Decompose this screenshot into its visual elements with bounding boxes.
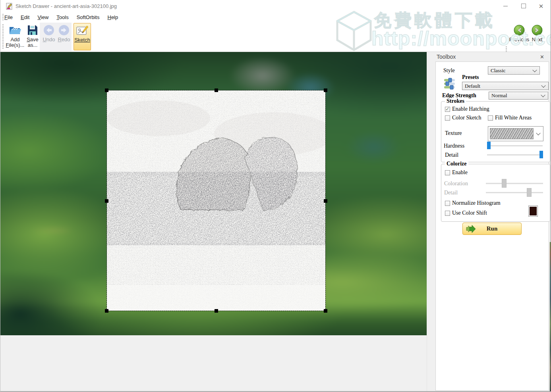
- selection-handle-bottom-middle[interactable]: [215, 309, 218, 313]
- presets-sliders-icon: [443, 77, 456, 90]
- toolbox-panel: Toolbox ✕ Style Classic Presets Default …: [427, 52, 551, 391]
- minimize-button[interactable]: [497, 0, 514, 12]
- sketch-pencil-icon: [76, 25, 89, 37]
- enable-hatching-checkbox[interactable]: [445, 107, 450, 112]
- chevron-down-icon: [541, 93, 545, 97]
- strokes-detail-slider[interactable]: [487, 150, 543, 159]
- presets-label: Presets: [462, 74, 479, 81]
- texture-label: Texture: [445, 130, 462, 136]
- coloration-label: Coloration: [444, 181, 468, 187]
- sketch-label: Sketch: [74, 37, 90, 43]
- hardness-label: Hardness: [444, 143, 464, 149]
- title-bar[interactable]: Sketch Drawer - ancient-art-asia-302100.…: [0, 0, 551, 13]
- style-label: Style: [443, 67, 455, 74]
- app-window: Sketch Drawer - ancient-art-asia-302100.…: [0, 0, 551, 392]
- colorize-detail-slider: [486, 188, 543, 197]
- edge-strength-dropdown[interactable]: Normal: [489, 92, 548, 100]
- menu-view[interactable]: View: [33, 13, 52, 21]
- use-color-shift-checkbox[interactable]: [445, 211, 450, 216]
- strokes-group: Strokes Enable Hatching Color Sketch Fil…: [441, 101, 550, 162]
- texture-swatch: [490, 128, 534, 139]
- toolbox-title: Toolbox: [437, 54, 456, 60]
- app-icon: [6, 3, 13, 10]
- save-floppy-icon: [26, 24, 39, 36]
- color-sketch-checkbox[interactable]: [445, 115, 450, 121]
- use-color-shift-label: Use Color Shift: [452, 210, 487, 216]
- selection-handle-top-left[interactable]: [105, 88, 108, 92]
- add-files-button[interactable]: AddFile(s)...: [5, 24, 25, 48]
- selection-handle-middle-right[interactable]: [324, 199, 327, 203]
- colorize-enable-checkbox[interactable]: [445, 170, 450, 175]
- selection-handle-top-middle[interactable]: [215, 88, 218, 92]
- normalize-histogram-label: Normalize Histogram: [452, 200, 501, 206]
- selection-handle-bottom-right[interactable]: [324, 309, 327, 313]
- menu-grip[interactable]: [2, 14, 4, 21]
- next-arrow-icon: [531, 24, 543, 36]
- colorize-detail-slider-thumb: [527, 188, 532, 197]
- selection-handle-middle-left[interactable]: [105, 199, 108, 203]
- style-dropdown[interactable]: Classic: [488, 66, 540, 75]
- colorize-enable-label: Enable: [452, 169, 468, 176]
- chevron-down-icon: [536, 131, 540, 135]
- colorize-legend: Colorize: [445, 161, 468, 167]
- window-title: Sketch Drawer - ancient-art-asia-302100.…: [15, 3, 117, 9]
- colorize-group: Colorize Enable Coloration Detail Normal…: [441, 164, 550, 222]
- undo-arrow-icon: [43, 24, 55, 36]
- coloration-slider-thumb: [502, 179, 507, 188]
- toolbox-card: Style Classic Presets Default Edge Stren…: [435, 61, 549, 391]
- run-arrow-icon: [466, 225, 477, 233]
- sketch-preview: [107, 90, 325, 311]
- menu-softorbits[interactable]: SoftOrbits: [73, 13, 104, 21]
- canvas-background: [0, 335, 427, 391]
- color-shift-swatch[interactable]: [528, 206, 538, 217]
- color-sketch-label: Color Sketch: [452, 115, 481, 121]
- selection-handle-top-right[interactable]: [324, 88, 327, 92]
- fill-white-areas-label: Fill White Areas: [495, 115, 532, 121]
- coloration-slider: [486, 179, 543, 188]
- texture-dropdown[interactable]: [488, 126, 543, 141]
- screen-edge-strip: [550, 242, 551, 391]
- save-as-button[interactable]: Saveas...: [24, 24, 41, 48]
- normalize-histogram-checkbox[interactable]: [445, 201, 450, 206]
- menu-tools[interactable]: Tools: [52, 13, 72, 21]
- add-files-folder-icon: [9, 24, 21, 36]
- maximize-button[interactable]: [515, 0, 532, 12]
- strokes-detail-slider-thumb[interactable]: [539, 151, 543, 158]
- toolbar: AddFile(s)... Saveas...: [0, 22, 551, 52]
- undo-button[interactable]: Undo: [42, 24, 56, 42]
- chevron-down-icon: [541, 83, 545, 87]
- fill-white-areas-checkbox[interactable]: [488, 115, 493, 121]
- toolbox-close-icon[interactable]: ✕: [540, 54, 544, 60]
- run-label: Run: [487, 225, 498, 232]
- menu-help[interactable]: Help: [103, 13, 122, 21]
- previous-button[interactable]: Previous: [508, 24, 530, 42]
- strokes-legend: Strokes: [445, 98, 466, 104]
- previous-arrow-icon: [513, 24, 526, 36]
- presets-dropdown[interactable]: Default: [462, 82, 549, 90]
- close-button[interactable]: ✕: [532, 0, 550, 12]
- redo-arrow-icon: [58, 24, 70, 36]
- sketch-button[interactable]: Sketch: [73, 23, 91, 50]
- enable-hatching-label: Enable Hatching: [452, 106, 489, 112]
- run-button[interactable]: Run: [462, 223, 522, 235]
- toolbar-grip[interactable]: [2, 24, 4, 49]
- next-button[interactable]: Next: [530, 24, 544, 42]
- sketch-selection[interactable]: [106, 90, 326, 311]
- menu-edit[interactable]: Edit: [17, 13, 33, 21]
- menu-bar: File Edit View Tools SoftOrbits Help: [0, 13, 551, 22]
- colorize-detail-label: Detail: [444, 190, 458, 196]
- strokes-detail-label: Detail: [445, 152, 458, 158]
- redo-button[interactable]: Redo: [56, 24, 72, 42]
- selection-handle-bottom-left[interactable]: [105, 309, 108, 313]
- chevron-down-icon: [532, 67, 537, 72]
- hardness-slider[interactable]: [487, 141, 543, 150]
- hardness-slider-thumb[interactable]: [487, 142, 491, 149]
